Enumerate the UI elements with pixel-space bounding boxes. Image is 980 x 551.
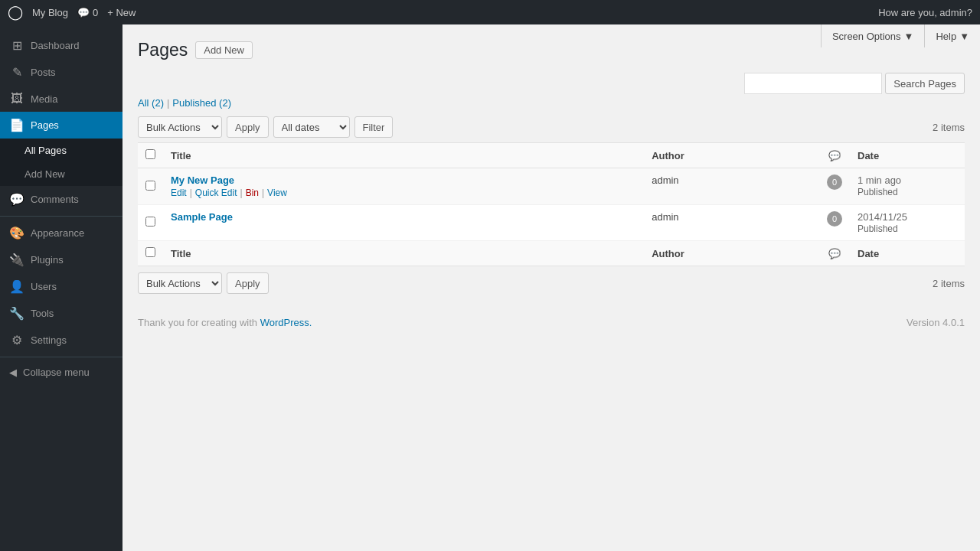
sidebar-subitem-add-new[interactable]: Add New xyxy=(0,162,122,186)
sidebar-label-comments: Comments xyxy=(31,194,79,205)
date-filter-select[interactable]: All dates xyxy=(273,116,350,138)
sidebar-item-dashboard[interactable]: ⊞ Dashboard xyxy=(0,32,122,59)
pages-subnav: All Pages Add New xyxy=(0,139,122,186)
all-pages-label: All Pages xyxy=(24,145,67,156)
row1-checkbox-cell xyxy=(138,168,163,205)
row1-title-link[interactable]: My New Page xyxy=(171,174,234,186)
screen-options-button[interactable]: Screen Options ▼ xyxy=(821,24,924,47)
add-new-page-button[interactable]: Add New xyxy=(195,41,253,59)
help-button[interactable]: Help ▼ xyxy=(924,24,980,47)
sidebar-label-posts: Posts xyxy=(31,67,56,78)
table-row: Sample Page admin 0 2014/11/25 Published xyxy=(138,205,965,241)
apply-bottom-button[interactable]: Apply xyxy=(227,272,269,294)
new-content-link[interactable]: + New xyxy=(107,7,136,18)
pages-icon: 📄 xyxy=(9,118,24,132)
help-label: Help xyxy=(936,31,956,42)
page-title: Pages xyxy=(138,40,188,60)
all-filter-label: All xyxy=(138,97,149,109)
row2-checkbox[interactable] xyxy=(145,217,155,227)
items-count-bottom: 2 items xyxy=(933,278,965,289)
footer-header-date[interactable]: Date xyxy=(850,241,965,266)
bulk-actions-top-select[interactable]: Bulk Actions xyxy=(138,116,222,138)
sidebar-label-plugins: Plugins xyxy=(31,254,64,266)
sidebar-item-posts[interactable]: ✎ Posts xyxy=(0,59,122,86)
sidebar-subitem-all-pages[interactable]: All Pages xyxy=(0,139,122,162)
sidebar-item-users[interactable]: 👤 Users xyxy=(0,273,122,300)
sidebar-item-pages[interactable]: 📄 Pages xyxy=(0,112,122,139)
sidebar-item-tools[interactable]: 🔧 Tools xyxy=(0,300,122,327)
footer-wp-link[interactable]: WordPress. xyxy=(260,317,312,328)
sidebar-item-media[interactable]: 🖼 Media xyxy=(0,86,122,112)
users-icon: 👤 xyxy=(9,279,24,294)
row1-sep3: | xyxy=(262,187,264,198)
footer-thank-you-text: Thank you for creating with xyxy=(138,317,257,328)
published-filter-link[interactable]: Published (2) xyxy=(172,97,231,109)
row1-author-cell: admin xyxy=(644,168,819,205)
search-pages-button[interactable]: Search Pages xyxy=(885,73,965,94)
row1-sep2: | xyxy=(240,187,243,198)
row2-checkbox-cell xyxy=(138,205,163,241)
footer-version: Version 4.0.1 xyxy=(906,317,965,328)
table-header-row: Title Author 💬 Date xyxy=(138,143,965,168)
comments-link[interactable]: 💬 0 xyxy=(77,7,98,18)
collapse-icon: ◀ xyxy=(9,367,17,378)
posts-icon: ✎ xyxy=(9,65,24,80)
all-filter-count: (2) xyxy=(152,97,164,109)
sidebar-label-appearance: Appearance xyxy=(31,227,84,239)
add-new-page-label: Add New xyxy=(24,168,65,180)
row1-actions: Edit | Quick Edit | Bin | View xyxy=(171,187,636,198)
search-input[interactable] xyxy=(744,73,882,94)
header-title[interactable]: Title xyxy=(163,143,644,168)
apply-top-button[interactable]: Apply xyxy=(227,116,269,138)
sidebar-item-settings[interactable]: ⚙ Settings xyxy=(0,327,122,354)
select-all-bottom-checkbox[interactable] xyxy=(145,247,155,257)
sidebar-item-appearance[interactable]: 🎨 Appearance xyxy=(0,220,122,246)
header-date[interactable]: Date xyxy=(850,143,965,168)
row1-checkbox[interactable] xyxy=(145,181,155,191)
row1-quick-edit-link[interactable]: Quick Edit xyxy=(195,187,237,198)
row1-view-link[interactable]: View xyxy=(267,187,287,198)
toolbar-top: Bulk Actions Apply All dates Filter 2 it… xyxy=(138,116,965,138)
row1-edit-link[interactable]: Edit xyxy=(171,187,187,198)
published-filter-label: Published xyxy=(172,97,216,109)
screen-options-label: Screen Options xyxy=(832,31,901,42)
search-row: Search Pages xyxy=(138,73,965,94)
page-footer: Thank you for creating with WordPress. V… xyxy=(138,309,965,336)
footer-header-title[interactable]: Title xyxy=(163,241,644,266)
items-count-top: 2 items xyxy=(933,122,965,133)
row1-date-cell: 1 min ago Published xyxy=(850,168,965,205)
screen-options-arrow-icon: ▼ xyxy=(904,31,914,42)
row2-title-link[interactable]: Sample Page xyxy=(171,211,233,223)
filter-nav: All (2) | Published (2) xyxy=(138,97,965,109)
all-filter-link[interactable]: All (2) xyxy=(138,97,164,109)
select-all-checkbox[interactable] xyxy=(145,149,155,159)
tools-icon: 🔧 xyxy=(9,306,24,321)
footer-header-author[interactable]: Author xyxy=(644,241,819,266)
sidebar-item-plugins[interactable]: 🔌 Plugins xyxy=(0,246,122,273)
comments-sidebar-icon: 💬 xyxy=(9,192,24,207)
top-right-bar: Screen Options ▼ Help ▼ xyxy=(821,24,980,47)
greeting-text: How are you, admin? xyxy=(878,7,972,18)
header-comments: 💬 xyxy=(819,143,850,168)
sidebar: ⊞ Dashboard ✎ Posts 🖼 Media 📄 Pages All … xyxy=(0,24,122,551)
wp-logo-icon[interactable]: ◯ xyxy=(8,4,23,21)
row1-title-cell: My New Page Edit | Quick Edit | Bin | Vi… xyxy=(163,168,644,205)
sidebar-label-dashboard: Dashboard xyxy=(31,40,80,51)
row1-comment-count: 0 xyxy=(827,174,842,190)
row1-sep1: | xyxy=(190,187,192,198)
help-arrow-icon: ▼ xyxy=(959,31,969,42)
sidebar-item-comments[interactable]: 💬 Comments xyxy=(0,186,122,213)
media-icon: 🖼 xyxy=(9,92,24,106)
bulk-actions-bottom-select[interactable]: Bulk Actions xyxy=(138,272,222,294)
header-checkbox-cell xyxy=(138,143,163,168)
row2-comment-count: 0 xyxy=(827,211,842,227)
sidebar-divider-2 xyxy=(0,357,122,357)
sidebar-label-tools: Tools xyxy=(31,308,54,319)
row1-bin-link[interactable]: Bin xyxy=(246,187,259,198)
header-author[interactable]: Author xyxy=(644,143,819,168)
collapse-menu-button[interactable]: ◀ Collapse menu xyxy=(0,360,122,384)
sidebar-label-pages: Pages xyxy=(31,119,59,131)
site-name[interactable]: My Blog xyxy=(32,7,68,18)
filter-button[interactable]: Filter xyxy=(354,116,394,138)
sidebar-divider xyxy=(0,216,122,217)
